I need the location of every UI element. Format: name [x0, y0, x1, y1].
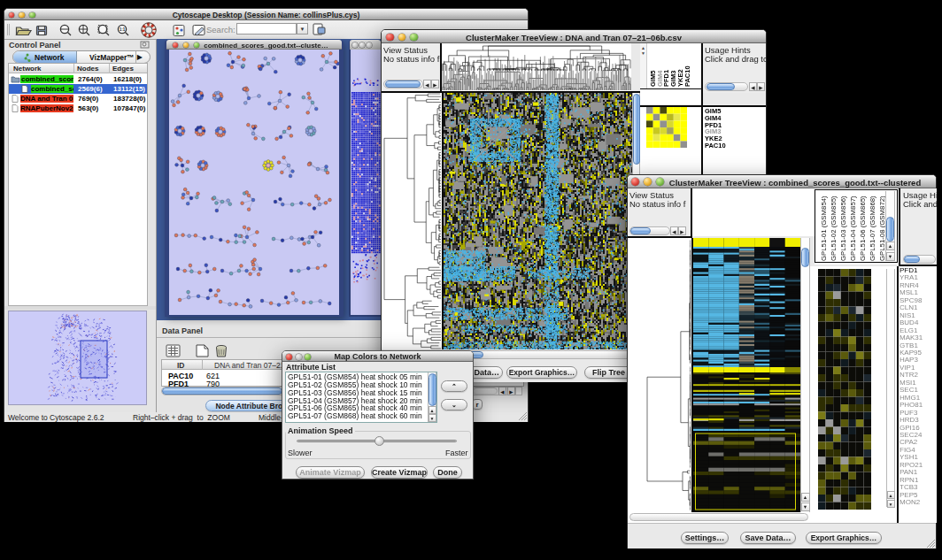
svg-text:1:1: 1:1 [120, 27, 126, 32]
